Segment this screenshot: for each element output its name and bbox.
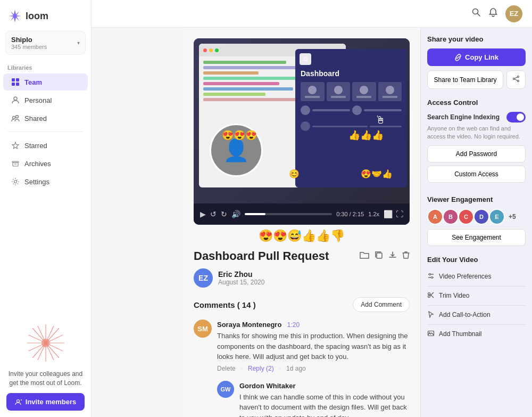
folder-button[interactable]	[360, 251, 369, 261]
video-title-row: Dashboard Pull Request	[194, 249, 410, 263]
download-button[interactable]	[388, 251, 397, 261]
svg-point-36	[518, 76, 519, 78]
sidebar-item-label-archives: Archives	[24, 160, 51, 168]
dashboard-overlay: ⚙ Dashboard	[295, 49, 407, 187]
commenter-avatar: SM	[194, 320, 212, 338]
link-icon	[454, 54, 462, 61]
person-icon	[11, 95, 20, 105]
content-area: ⚙ Dashboard	[183, 28, 420, 417]
add-comment-button[interactable]: Add Comment	[353, 297, 410, 312]
volume-button[interactable]: 🔊	[231, 210, 240, 218]
viewer-avatar: A	[427, 209, 443, 225]
add-thumbnail-item[interactable]: Add Thumbnail	[427, 326, 526, 342]
logo-text: loom	[26, 11, 48, 22]
video-preferences-item[interactable]: Video Preferences	[427, 269, 526, 284]
delete-button[interactable]	[402, 251, 410, 261]
comment-item-nested: GW Gordon Whitaker I think we can handle…	[217, 381, 410, 418]
share-options-button[interactable]	[506, 70, 526, 89]
sidebar-item-label-settings: Settings	[24, 178, 49, 186]
sidebar-item-label-shared: Shared	[24, 115, 47, 122]
author-date: August 15, 2020	[218, 279, 264, 286]
expand-icon[interactable]: ⛶	[396, 210, 403, 218]
play-button[interactable]: ▶	[200, 210, 206, 218]
grid-icon	[11, 77, 20, 87]
edit-video-section: Edit Your Video Video Preferences Trim V…	[427, 256, 526, 342]
search-engine-toggle[interactable]	[506, 112, 526, 122]
comment-item: SM Soraya Montenegro 1:20 Thanks for sho…	[194, 320, 410, 372]
copy-link-button[interactable]: Copy Link	[427, 48, 526, 66]
add-cta-item[interactable]: Add Call-to-Action	[427, 307, 526, 323]
emoji-row-browser: 😍😍😍	[222, 129, 257, 141]
svg-point-12	[14, 181, 17, 183]
speed-control[interactable]: 1.2x	[368, 211, 379, 217]
svg-rect-2	[16, 78, 19, 81]
comment-age: 1d ago	[286, 365, 306, 372]
trim-video-item[interactable]: Trim Video	[427, 288, 526, 304]
notifications-button[interactable]	[488, 7, 498, 20]
sidebar-item-settings[interactable]: Settings	[3, 173, 88, 190]
commenter-name: Soraya Montenegro	[217, 321, 281, 329]
add-thumbnail-label: Add Thumbnail	[439, 330, 482, 338]
comment-timestamp[interactable]: 1:20	[287, 321, 300, 329]
share-team-button[interactable]: Share to Team Library	[427, 70, 503, 89]
delete-comment-button[interactable]: Delete	[217, 365, 236, 372]
svg-point-30	[16, 399, 19, 402]
shared-icon	[11, 113, 20, 123]
chevron-down-icon: ▾	[77, 40, 80, 46]
sidebar-bottom: Invite your colleagues and get the most …	[0, 315, 91, 417]
search-button[interactable]	[471, 7, 481, 20]
cursor-icon	[427, 310, 435, 320]
add-password-button[interactable]: Add Password	[427, 145, 526, 162]
svg-point-5	[14, 97, 17, 100]
sidebar-item-shared[interactable]: Shared	[3, 110, 88, 127]
commenter-name: Gordon Whitaker	[239, 382, 295, 390]
author-avatar: EZ	[194, 268, 213, 288]
progress-bar[interactable]	[245, 213, 332, 215]
share-team-row: Share to Team Library	[427, 70, 526, 89]
sidebar-item-label-team: Team	[24, 78, 42, 86]
search-engine-label: Search Engine Indexing	[427, 113, 500, 121]
user-avatar[interactable]: EZ	[505, 5, 522, 22]
author-name: Eric Zhou	[218, 270, 264, 279]
sidebar-item-archives[interactable]: Archives	[3, 155, 88, 172]
access-control-section: Access Control Search Engine Indexing An…	[427, 99, 526, 186]
invite-members-button[interactable]: Invite members	[6, 393, 85, 411]
skip-back-button[interactable]: ↺	[210, 210, 217, 218]
invite-icon	[15, 398, 22, 406]
svg-point-45	[428, 292, 430, 295]
viewer-avatar: D	[473, 209, 489, 225]
svg-marker-0	[9, 10, 21, 22]
comments-header: Comments ( 14 ) Add Comment	[194, 297, 410, 312]
emoji-reactions-bar: 😍😍😅👍👍👎	[194, 225, 410, 249]
svg-rect-35	[377, 253, 382, 258]
loom-art	[24, 322, 67, 364]
edit-title: Edit Your Video	[427, 256, 526, 264]
fullscreen-icon[interactable]: ⬜	[384, 210, 393, 218]
logo: loom	[0, 0, 91, 29]
viewer-count-extra: +5	[509, 213, 516, 220]
see-engagement-button[interactable]: See Engagement	[427, 229, 526, 246]
reply-button[interactable]: Reply (2)	[248, 365, 274, 372]
custom-access-button[interactable]: Custom Access	[427, 166, 526, 183]
skip-forward-button[interactable]: ↻	[221, 210, 227, 218]
copy-button[interactable]	[375, 251, 383, 261]
sidebar-item-label-starred: Starred	[24, 142, 47, 150]
svg-line-47	[430, 294, 434, 298]
video-preferences-label: Video Preferences	[439, 273, 492, 280]
settings-icon	[11, 177, 20, 186]
sidebar-item-starred[interactable]: Starred	[3, 137, 88, 154]
workspace-selector[interactable]: Shiplo 345 members ▾	[5, 31, 86, 55]
star-icon	[11, 141, 20, 150]
topbar: EZ	[92, 0, 532, 28]
svg-rect-1	[12, 78, 15, 81]
sidebar-item-personal[interactable]: Personal	[3, 92, 88, 109]
image-icon	[427, 330, 435, 339]
sidebar-item-label-personal: Personal	[24, 96, 52, 104]
archive-icon	[11, 159, 20, 168]
svg-point-7	[16, 116, 19, 118]
viewer-avatar: C	[458, 209, 474, 225]
sidebar-item-team[interactable]: Team	[3, 73, 88, 91]
commenter-avatar: GW	[217, 381, 234, 398]
emoji-bottom-right: 😍🤝👍	[361, 169, 393, 179]
svg-marker-8	[12, 142, 19, 149]
